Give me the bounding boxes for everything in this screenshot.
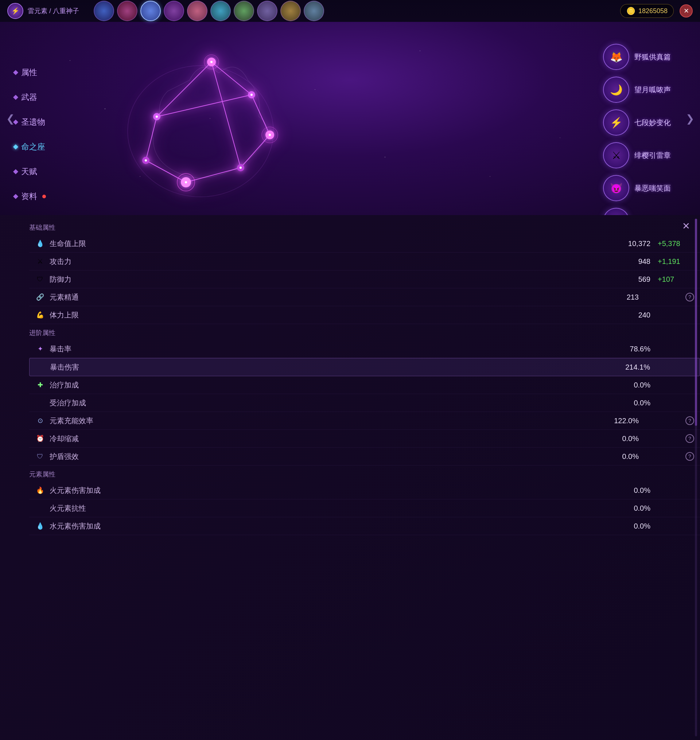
skill-icon-4: ⚔ [603,142,629,169]
svg-point-0 [128,66,274,197]
cd-help-button[interactable]: ? [685,434,694,443]
svg-point-17 [269,134,271,136]
svg-point-12 [210,61,213,63]
skill-item-2[interactable]: 🌙 望月呱哝声 [603,76,671,103]
svg-point-24 [145,159,147,162]
stat-icon-atk: ⚔ [35,256,45,266]
skill-label-2: 望月呱哝声 [634,85,671,95]
svg-point-19 [240,167,242,169]
scroll-thumb[interactable] [695,219,697,426]
nav-label-weapon: 武器 [21,92,37,103]
stat-bonus-hp: +5,378 [658,239,694,248]
svg-line-9 [157,95,251,117]
stat-name-def: 防御力 [50,275,621,284]
nav-label-talents: 天赋 [21,166,37,177]
char-tab-7[interactable] [234,1,254,21]
skill-icon-6: 💀 [603,208,629,215]
element-symbol: ⚡ [11,7,19,15]
stat-value-er: 122.0% [610,417,639,425]
stat-icon-pyro-bonus: 🔥 [35,485,45,495]
avatar-5 [188,1,207,21]
skill-item-6[interactable]: 💀 大杀生咒禁 [603,208,671,215]
skill-item-3[interactable]: ⚡ 七段妙变化 [603,109,671,136]
skill-label-5: 暴恶嗤笑面 [634,184,671,193]
nav-diamond-5 [13,169,18,174]
nav-item-talents[interactable]: 天赋 [11,165,49,179]
char-tab-6[interactable] [210,1,231,21]
skill-icon-3: ⚡ [603,109,629,136]
em-help-button[interactable]: ? [685,293,694,301]
top-bar-left: ⚡ 雷元素 / 八重神子 [7,3,79,19]
stat-bonus-def: +107 [658,275,694,283]
svg-line-8 [212,62,241,168]
stat-icon-hydro-bonus: 💧 [35,521,45,531]
stat-icon-cd-reduction: ⏰ [35,433,45,443]
nav-arrow-right[interactable]: ❯ [683,112,696,125]
stats-container[interactable]: 基础属性 💧 生命值上限 10,372 +5,378 ⚔ 攻击力 948 +1,… [0,215,700,740]
nav-item-profile[interactable]: 资料 [11,189,49,203]
nav-arrow-left[interactable]: ❮ [4,112,17,125]
stat-value-em: 213 [610,293,639,301]
stat-icon-crit-dmg [35,362,46,372]
stat-icon-em: 🔗 [35,292,45,302]
panel-close-button[interactable]: ✕ [679,219,693,233]
stat-row-crit-dmg: 暴击伤害 214.1% [29,358,700,376]
gold-icon: 🪙 [626,7,635,15]
gold-display: 🪙 18265058 [620,4,674,18]
stat-name-pyro-bonus: 火元素伤害加成 [50,486,621,495]
stat-row-hp: 💧 生命值上限 10,372 +5,378 [29,235,700,253]
skill-label-1: 野狐供真篇 [634,52,671,62]
char-tab-5[interactable] [187,1,207,21]
nav-item-constellation[interactable]: 命之座 [11,140,49,154]
stat-row-hydro-bonus: 💧 水元素伤害加成 0.0% [29,517,700,535]
stat-name-hp: 生命值上限 [50,239,621,249]
right-skills-panel: 🦊 野狐供真篇 🌙 望月呱哝声 ⚡ 七段妙变化 ⚔ 绯樱引雷章 😈 暴恶嗤笑面 … [603,44,671,215]
stat-row-incoming-healing: 受治疗加成 0.0% [29,394,700,412]
char-tab-9[interactable] [280,1,301,21]
stat-value-pyro-res: 0.0% [621,504,650,512]
stat-icon-healing: ✚ [35,380,45,390]
stat-value-atk: 948 [621,257,650,266]
char-tab-4[interactable] [164,1,184,21]
nav-item-weapon[interactable]: 武器 [11,90,49,104]
stat-icon-stamina: 💪 [35,310,45,320]
char-tab-3[interactable] [140,1,161,21]
stat-name-atk: 攻击力 [50,257,621,266]
skill-label-3: 七段妙变化 [634,118,671,128]
char-tab-8[interactable] [257,1,278,21]
stat-value-shield: 0.0% [610,452,639,461]
skill-item-1[interactable]: 🦊 野狐供真篇 [603,44,671,70]
stat-icon-incoming-healing [35,398,45,408]
skill-item-4[interactable]: ⚔ 绯樱引雷章 [603,142,671,169]
stat-name-crit-rate: 暴击率 [50,344,621,354]
avatar-2 [118,1,137,21]
nav-diamond-1 [13,70,18,75]
stat-value-healing: 0.0% [621,381,650,389]
constellation-visual [73,29,328,208]
char-tab-2[interactable] [117,1,137,21]
stat-name-stamina: 体力上限 [50,310,621,320]
section-header-elemental: 元素属性 [29,465,700,482]
stat-name-shield: 护盾强效 [50,452,610,461]
close-button[interactable]: ✕ [679,4,693,18]
skill-item-5[interactable]: 😈 暴恶嗤笑面 [603,175,671,201]
nav-diamond-6 [13,194,18,199]
stat-bonus-atk: +1,191 [658,257,694,266]
stat-name-crit-dmg: 暴击伤害 [50,362,621,372]
svg-point-22 [185,181,187,184]
stat-name-cd-reduction: 冷却缩减 [50,434,610,443]
stat-icon-def: 🛡 [35,274,45,284]
shield-help-button[interactable]: ? [685,452,694,461]
char-tab-10[interactable] [304,1,324,21]
avatar-8 [258,1,277,21]
stat-row-healing: ✚ 治疗加成 0.0% [29,376,700,394]
stat-row-crit-rate: ✦ 暴击率 78.6% [29,340,700,358]
nav-item-attributes[interactable]: 属性 [11,66,49,79]
stat-row-shield: 🛡 护盾强效 0.0% ? [29,448,700,465]
stat-icon-shield: 🛡 [35,451,45,461]
er-help-button[interactable]: ? [685,416,694,425]
profile-notification-dot [42,195,46,198]
stat-row-pyro-bonus: 🔥 火元素伤害加成 0.0% [29,482,700,499]
svg-line-6 [146,117,157,160]
char-tab-1[interactable] [94,1,114,21]
